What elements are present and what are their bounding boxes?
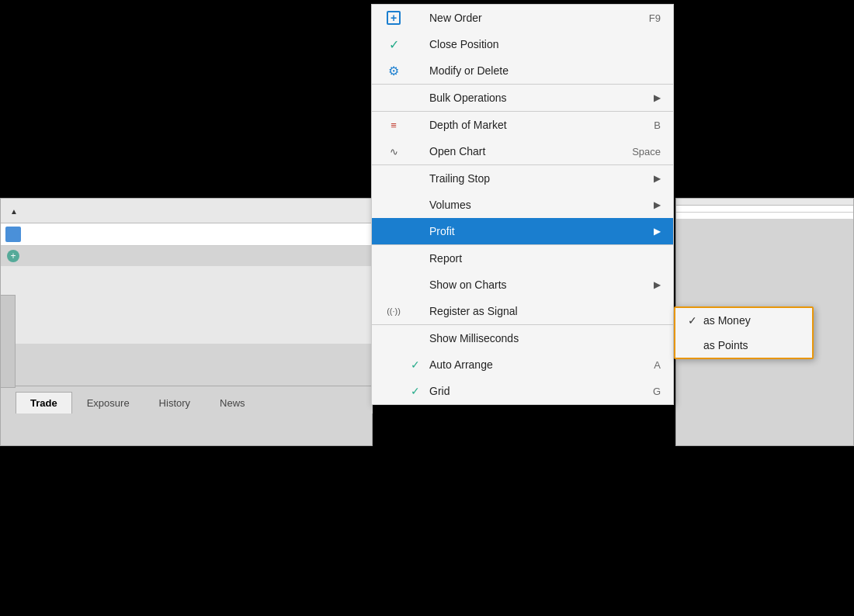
check-icon: ✓	[411, 358, 426, 371]
shortcut-depth-of-market: B	[654, 119, 661, 131]
balance-bar: +	[1, 246, 372, 266]
gear-icon: ⚙	[384, 63, 403, 78]
menu-item-trailing-stop[interactable]: Trailing Stop▶	[372, 164, 673, 192]
tab-history[interactable]: History	[144, 392, 205, 414]
ticket-col-header	[133, 202, 249, 220]
context-menu: +New OrderF9✓Close Position⚙Modify or De…	[371, 4, 674, 405]
menu-icon-placeholder	[384, 277, 403, 292]
check-green-icon: ✓	[384, 36, 403, 52]
menu-label-new-order: New Order	[429, 12, 649, 24]
menu-item-report[interactable]: Report	[372, 244, 673, 272]
menu-item-bulk-operations[interactable]: Bulk Operations▶	[372, 84, 673, 111]
submenu-label-as-money: as Money	[703, 314, 751, 327]
menu-label-auto-arrange: Auto Arrange	[429, 358, 654, 371]
submenu-arrow-icon: ▶	[654, 173, 661, 184]
close-position-icon: ✓	[389, 37, 399, 52]
menu-label-report: Report	[429, 252, 661, 265]
menu-item-depth-of-market[interactable]: ≡Depth of MarketB	[372, 111, 673, 138]
menu-label-show-on-charts: Show on Charts	[429, 279, 647, 291]
check-icon: ✓	[411, 385, 426, 397]
menu-item-profit[interactable]: Profit▶	[372, 218, 673, 244]
menu-icon-placeholder	[384, 357, 403, 372]
menu-item-show-on-charts[interactable]: Show on Charts▶	[372, 272, 673, 298]
tab-exposure[interactable]: Exposure	[72, 392, 144, 414]
submenu-item-as-points[interactable]: as Points	[675, 333, 812, 358]
menu-item-grid[interactable]: ✓GridG	[372, 378, 673, 404]
menu-icon-placeholder	[384, 223, 403, 239]
submenu-item-as-money[interactable]: ✓as Money	[675, 308, 812, 333]
dom-icon: ≡	[384, 117, 403, 133]
tab-trade[interactable]: Trade	[16, 392, 72, 414]
right-panel-header	[676, 199, 853, 206]
submenu-arrow-icon: ▶	[654, 226, 661, 237]
menu-label-close-position: Close Position	[429, 38, 661, 50]
menu-item-new-order[interactable]: +New OrderF9	[372, 5, 673, 31]
submenu-arrow-icon: ▶	[654, 199, 661, 210]
submenu-check-icon: ✓	[688, 314, 703, 327]
chart-icon: ∿	[390, 146, 398, 157]
empty-panel-area	[1, 266, 372, 344]
submenu-arrow-icon: ▶	[654, 279, 661, 290]
shortcut-auto-arrange: A	[654, 359, 661, 371]
menu-label-open-chart: Open Chart	[429, 145, 632, 157]
dom-icon: ≡	[391, 119, 397, 131]
menu-item-modify-delete[interactable]: ⚙Modify or Delete	[372, 57, 673, 84]
menu-label-bulk-operations: Bulk Operations	[429, 92, 647, 104]
menu-icon-placeholder	[384, 251, 403, 266]
row-type-icon	[5, 227, 21, 242]
menu-item-register-as-signal[interactable]: ((·))Register as Signal	[372, 298, 673, 324]
tab-bar: Trade Exposure History News	[16, 386, 373, 414]
balance-icon: +	[7, 250, 19, 262]
menu-label-trailing-stop: Trailing Stop	[429, 172, 647, 185]
tab-news[interactable]: News	[205, 392, 260, 414]
menu-label-volumes: Volumes	[429, 199, 647, 211]
menu-icon-placeholder	[384, 171, 403, 186]
submenu-label-as-points: as Points	[703, 339, 748, 351]
menu-icon-placeholder	[384, 383, 403, 399]
menu-label-modify-delete: Modify or Delete	[429, 64, 661, 77]
shortcut-open-chart: Space	[632, 146, 661, 157]
gear-icon: ⚙	[388, 64, 399, 78]
sort-arrow-icon: ▲	[10, 207, 18, 216]
menu-item-close-position[interactable]: ✓Close Position	[372, 31, 673, 57]
menu-icon-placeholder	[384, 90, 403, 106]
signal-icon: ((·))	[387, 306, 401, 316]
signal-icon: ((·))	[384, 303, 403, 319]
new-order-icon: +	[384, 10, 403, 26]
chart-icon: ∿	[384, 144, 403, 159]
menu-item-auto-arrange[interactable]: ✓Auto ArrangeA	[372, 351, 673, 378]
shortcut-grid: G	[653, 386, 661, 397]
menu-label-profit: Profit	[429, 225, 647, 237]
menu-label-depth-of-market: Depth of Market	[429, 119, 654, 131]
menu-label-show-milliseconds: Show Milliseconds	[429, 332, 661, 344]
symbol-col-header: ▲	[1, 202, 133, 220]
new-order-icon: +	[387, 11, 401, 25]
shortcut-new-order: F9	[649, 12, 661, 24]
right-value	[676, 213, 853, 219]
panel-header: ▲	[1, 199, 372, 223]
menu-icon-placeholder	[384, 330, 403, 346]
right-panel-row	[676, 206, 853, 213]
menu-label-register-as-signal: Register as Signal	[429, 305, 661, 317]
margin-level-text	[676, 219, 853, 225]
menu-label-grid: Grid	[429, 385, 653, 397]
menu-item-volumes[interactable]: Volumes▶	[372, 192, 673, 218]
toolbox-label	[0, 295, 16, 388]
menu-item-open-chart[interactable]: ∿Open ChartSpace	[372, 138, 673, 164]
profit-submenu: ✓as Moneyas Points	[674, 306, 814, 359]
table-row	[1, 223, 372, 246]
menu-item-show-milliseconds[interactable]: Show Milliseconds	[372, 324, 673, 351]
menu-icon-placeholder	[384, 197, 403, 213]
submenu-arrow-icon: ▶	[654, 92, 661, 103]
